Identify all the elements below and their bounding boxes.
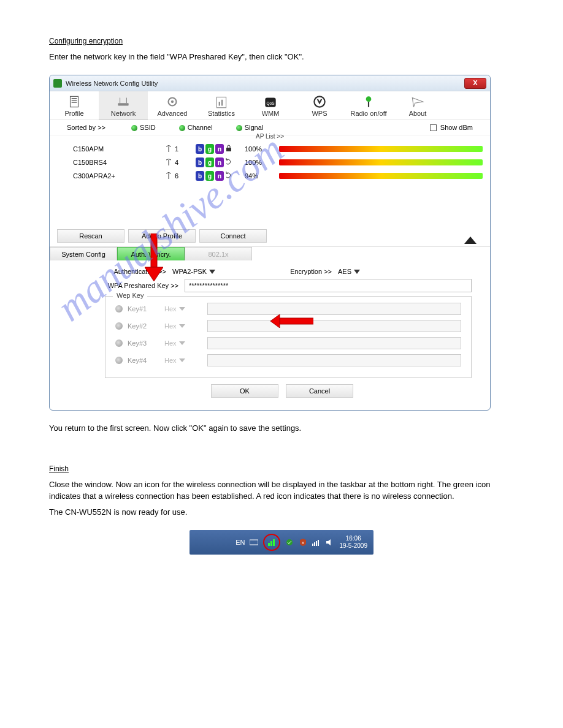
connect-button[interactable]: Connect	[199, 229, 267, 243]
svg-point-15	[366, 97, 372, 102]
auth-panel: System Config Auth. \ Encry. 802.1x Auth…	[50, 246, 490, 410]
wep-key-input	[207, 303, 461, 315]
toolbar-label: Statistics	[197, 110, 246, 117]
keyboard-icon[interactable]	[250, 538, 258, 547]
mode-g-badge: g	[205, 144, 214, 154]
checkbox-icon[interactable]	[430, 124, 437, 131]
config-utility-window: Wireless Network Config Utility X Profil…	[49, 75, 491, 411]
body-text: You return to the first screen. Now clic…	[49, 423, 514, 434]
toolbar-statistics[interactable]: Statistics	[197, 91, 246, 119]
close-button[interactable]: X	[464, 78, 486, 89]
ok-button[interactable]: OK	[211, 384, 278, 398]
antenna-icon	[165, 172, 172, 180]
svg-rect-28	[312, 544, 313, 546]
toolbar-profile[interactable]: Profile	[50, 91, 99, 119]
cancel-button[interactable]: Cancel	[286, 384, 353, 398]
svg-rect-11	[221, 100, 223, 106]
red-arrow-down-icon	[145, 233, 163, 281]
auth-select[interactable]: WPA2-PSK	[172, 268, 234, 275]
ap-channel: 1	[165, 145, 196, 153]
svg-rect-25	[250, 540, 258, 545]
about-icon	[410, 95, 426, 108]
toolbar-wmm[interactable]: QoS WMM	[246, 91, 295, 119]
wps-icon	[312, 95, 327, 108]
toolbar-radio[interactable]: Radio on/off	[344, 91, 393, 119]
shield-ok-icon[interactable]	[285, 538, 294, 547]
ap-row[interactable]: C150BRS4 4 b g n 100%	[73, 156, 483, 169]
antenna-icon	[165, 159, 172, 166]
toolbar-label: Network	[99, 110, 148, 117]
lock-icon	[225, 144, 234, 154]
refresh-icon	[225, 171, 234, 181]
svg-rect-21	[280, 318, 313, 324]
statistics-icon	[213, 95, 229, 108]
tab-8021x: 802.1x	[185, 247, 252, 260]
ap-row[interactable]: C300APRA2+ 6 b g n 94%	[73, 169, 483, 183]
svg-marker-20	[145, 267, 163, 281]
svg-rect-0	[71, 97, 79, 107]
toolbar-wps[interactable]: WPS	[295, 91, 344, 119]
body-text: Close the window. Now an icon for the wi…	[49, 479, 514, 501]
signal-bar	[279, 146, 483, 152]
svg-text:x: x	[302, 540, 304, 545]
wep-legend: Wep Key	[113, 292, 147, 299]
wireless-signal-icon[interactable]	[267, 538, 276, 547]
network-icon	[115, 95, 131, 108]
sort-ssid[interactable]: SSID	[140, 124, 156, 131]
mode-n-badge: n	[215, 144, 224, 154]
svg-rect-30	[316, 541, 317, 546]
rescan-button[interactable]: Rescan	[57, 229, 124, 243]
toolbar-about[interactable]: About	[393, 91, 442, 119]
tray-clock[interactable]: 16:06 19-5-2009	[339, 535, 367, 550]
collapse-arrow-icon[interactable]	[464, 237, 477, 244]
window-title: Wireless Network Config Utility	[66, 80, 464, 87]
toolbar-advanced[interactable]: Advanced	[148, 91, 197, 119]
wpa-key-input[interactable]	[185, 279, 472, 292]
section-heading: Configuring encryption	[49, 37, 514, 45]
sortby-label: Sorted by >>	[67, 124, 105, 131]
svg-marker-32	[326, 539, 331, 545]
radio-icon	[115, 305, 123, 313]
wep-fieldset: Wep Key Key#1 Hex Key#2 Hex	[105, 296, 472, 378]
antenna-icon	[165, 145, 172, 153]
wep-row: Key#1 Hex	[115, 303, 461, 315]
ap-row[interactable]: C150APM 1 b g n 100%	[73, 142, 483, 156]
signal-bars-icon[interactable]	[312, 538, 321, 547]
wpa-key-label: WPA Preshared Key >>	[93, 282, 185, 289]
aplist-header: AP List >>	[50, 133, 490, 140]
svg-rect-29	[314, 542, 315, 546]
enc-label: Encryption >>	[258, 268, 338, 275]
show-dbm[interactable]: Show dBm	[430, 124, 473, 131]
svg-point-8	[171, 100, 174, 103]
toolbar-network[interactable]: Network	[99, 91, 148, 119]
ap-ssid: C150APM	[73, 145, 165, 153]
svg-marker-18	[464, 237, 477, 244]
radio-icon	[361, 95, 377, 108]
toolbar-label: Advanced	[148, 110, 197, 117]
ap-list: C150APM 1 b g n 100% C150BRS4 4 b g n	[50, 140, 490, 189]
hex-select: Hex	[164, 305, 207, 313]
body-text: The CN-WU552N is now ready for use.	[49, 507, 514, 518]
svg-rect-10	[219, 102, 220, 106]
sort-signal[interactable]: Signal	[245, 124, 264, 131]
toolbar: Profile Network Advanced Statistics QoS …	[50, 91, 490, 120]
volume-icon[interactable]	[326, 538, 334, 547]
svg-text:QoS: QoS	[266, 102, 275, 107]
svg-rect-19	[151, 233, 157, 267]
tab-system-config[interactable]: System Config	[50, 247, 117, 260]
wmm-icon: QoS	[262, 95, 278, 108]
chevron-down-icon	[209, 270, 215, 274]
channel-indicator-icon	[179, 125, 185, 131]
sort-channel[interactable]: Channel	[188, 124, 213, 131]
tray-wireless-circle	[263, 534, 280, 551]
enc-select[interactable]: AES	[338, 268, 399, 275]
svg-rect-4	[118, 103, 128, 105]
button-row: Rescan Add to Profile Connect	[50, 226, 490, 246]
advanced-icon	[164, 95, 180, 108]
ssid-indicator-icon	[131, 125, 137, 131]
toolbar-label: WMM	[246, 110, 295, 117]
toolbar-label: Profile	[50, 110, 99, 117]
mode-b-badge: b	[196, 144, 204, 154]
shield-alert-icon[interactable]: x	[299, 538, 307, 547]
system-tray: EN x 16:06 19-5-2009	[190, 530, 373, 555]
